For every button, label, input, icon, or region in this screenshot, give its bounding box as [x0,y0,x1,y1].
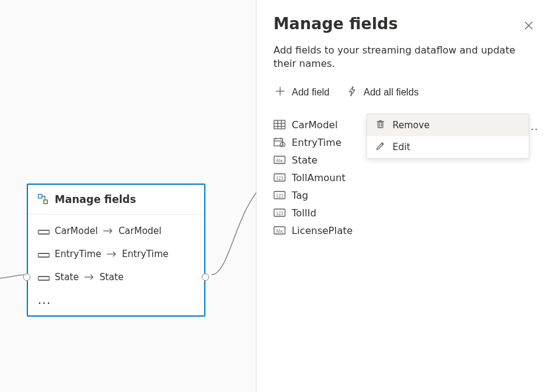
number-type-icon: 123 [273,190,286,200]
arrow-icon [103,225,114,236]
text-type-icon: Abc [273,155,286,165]
context-remove[interactable]: Remove [367,114,529,136]
svg-rect-18 [378,122,383,128]
field-row[interactable]: 123 TollId [273,204,536,222]
svg-rect-2 [38,230,49,234]
node-title: Manage fields [55,193,136,205]
more-mappings[interactable]: ... [38,289,194,307]
mapping-to: CarModel [118,225,162,236]
remove-label: Remove [393,120,430,131]
table-type-icon [273,120,286,129]
manage-fields-icon [38,194,49,205]
mapping-to: EntryTime [122,249,169,260]
mapping-row[interactable]: CarModel CarModel [38,219,194,242]
field-name: EntryTime [292,137,342,148]
add-all-label: Add all fields [363,87,419,98]
field-name: TollId [292,207,317,219]
field-list: ··· Remove Edit CarModel [273,116,536,239]
mapping-to: State [100,272,124,283]
input-port[interactable] [23,273,30,281]
field-name: LicensePlate [292,225,352,236]
panel-title: Manage fields [273,15,398,33]
lightning-icon [346,86,357,99]
field-row[interactable]: Abc LicensePlate [273,222,536,239]
edit-label: Edit [393,142,410,153]
manage-fields-panel: Manage fields Add fields to your streami… [256,0,553,392]
svg-rect-24 [274,120,285,129]
mapping-from: CarModel [55,225,98,236]
field-row[interactable]: 123 Tag [273,187,536,204]
svg-text:Abc: Abc [275,158,284,163]
arrow-icon [106,249,117,260]
svg-text:Abc: Abc [275,229,284,234]
text-type-icon: Abc [273,225,286,235]
field-name: CarModel [292,119,338,131]
manage-fields-node[interactable]: Manage fields CarModel CarModel EntryTim… [27,184,205,317]
add-field-label: Add field [292,87,329,98]
svg-text:123: 123 [276,211,283,216]
number-type-icon: 123 [273,208,286,218]
close-button[interactable] [521,18,536,35]
field-name: TollAmount [292,172,346,184]
node-body: CarModel CarModel EntryTime EntryTime [28,215,204,315]
close-icon [524,21,534,33]
column-icon [38,273,50,281]
column-icon [38,227,50,235]
context-edit[interactable]: Edit [367,136,529,158]
svg-line-35 [283,145,284,145]
svg-rect-0 [38,194,42,198]
svg-rect-6 [38,253,49,257]
output-port[interactable] [202,273,209,281]
svg-rect-1 [44,200,47,204]
field-name: Tag [292,190,308,201]
node-header: Manage fields [28,185,204,215]
canvas: Manage fields CarModel CarModel EntryTim… [0,0,256,392]
context-menu: Remove Edit [366,114,529,159]
mapping-from: EntryTime [55,249,101,260]
field-name: State [292,154,317,166]
add-field-button[interactable]: Add field [273,83,331,101]
mapping-row[interactable]: State State [38,266,194,289]
mapping-row[interactable]: EntryTime EntryTime [38,242,194,266]
svg-text:123: 123 [276,193,283,199]
pencil-icon [376,141,385,153]
plus-icon [275,86,286,99]
number-type-icon: 123 [273,173,286,182]
svg-rect-10 [38,277,49,280]
trash-icon [376,119,385,131]
mapping-from: State [55,272,79,283]
arrow-icon [84,272,95,283]
add-all-fields-button[interactable]: Add all fields [345,83,420,101]
toolbar: Add field Add all fields [273,83,536,101]
field-row[interactable]: 123 TollAmount [273,169,536,187]
panel-description: Add fields to your streaming dataflow an… [273,44,536,71]
datetime-type-icon [273,137,286,147]
svg-text:123: 123 [276,176,283,181]
column-icon [38,250,50,258]
